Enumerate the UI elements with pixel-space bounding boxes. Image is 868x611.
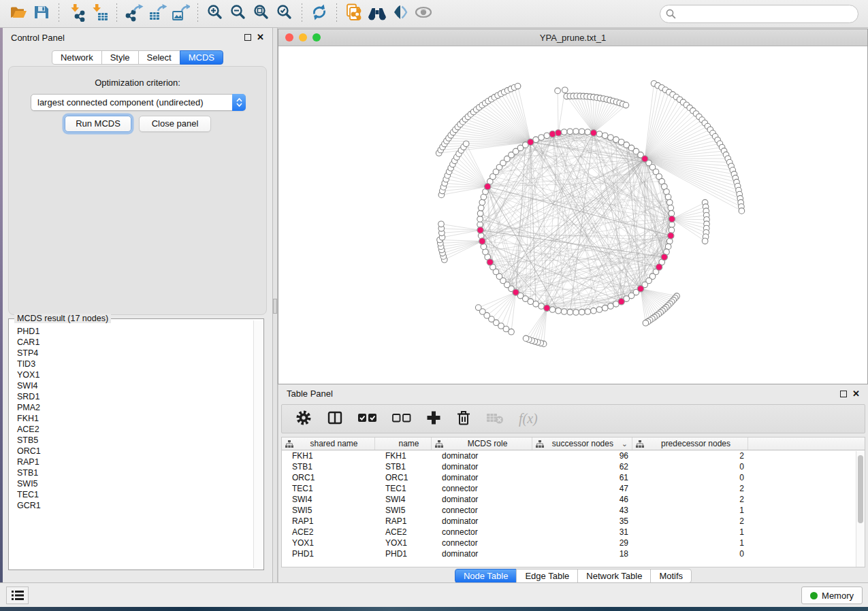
splitter-grip[interactable] xyxy=(273,299,277,314)
mcds-hub-node[interactable] xyxy=(555,130,561,136)
network-node[interactable] xyxy=(643,320,649,326)
mcds-result-item[interactable]: PHD1 xyxy=(10,326,253,337)
tab-mcds[interactable]: MCDS xyxy=(180,50,223,65)
mcds-hub-node[interactable] xyxy=(477,227,483,233)
network-node[interactable] xyxy=(579,309,585,315)
network-node[interactable] xyxy=(515,83,521,89)
network-node[interactable] xyxy=(549,307,556,313)
network-node[interactable] xyxy=(666,238,673,244)
task-history-button[interactable] xyxy=(6,587,29,604)
column-header-MCDS-role[interactable]: MCDS role xyxy=(432,437,532,450)
network-node[interactable] xyxy=(477,210,483,216)
mcds-hub-node[interactable] xyxy=(590,130,596,136)
mcds-result-item[interactable]: ACE2 xyxy=(10,424,253,435)
refresh-button[interactable] xyxy=(308,3,331,24)
save-session-button[interactable] xyxy=(30,3,53,24)
mcds-result-item[interactable]: FKH1 xyxy=(10,413,253,424)
table-tab-edge-table[interactable]: Edge Table xyxy=(516,569,578,583)
network-node[interactable] xyxy=(556,308,562,314)
mcds-list-scrollbar[interactable] xyxy=(253,320,262,568)
network-node[interactable] xyxy=(623,102,629,108)
zoom-out-button[interactable] xyxy=(227,3,250,24)
network-node[interactable] xyxy=(567,129,573,135)
mcds-hub-node[interactable] xyxy=(661,254,667,260)
table-row[interactable]: ORC1ORC1dominator610 xyxy=(282,472,865,483)
open-file-button[interactable] xyxy=(7,3,30,24)
mcds-hub-node[interactable] xyxy=(479,238,485,244)
mcds-result-item[interactable]: SRD1 xyxy=(10,391,253,402)
mcds-result-item[interactable]: TID3 xyxy=(10,359,253,369)
mcds-hub-node[interactable] xyxy=(668,233,674,239)
mcds-hub-node[interactable] xyxy=(544,305,550,311)
mcds-hub-node[interactable] xyxy=(618,299,624,305)
float-panel-icon[interactable] xyxy=(244,34,251,41)
graphics-details-button[interactable] xyxy=(389,3,412,24)
network-node[interactable] xyxy=(562,87,568,93)
gear-button[interactable] xyxy=(295,410,312,429)
columns-button[interactable] xyxy=(327,410,343,429)
mcds-hub-node[interactable] xyxy=(637,286,643,292)
network-node[interactable] xyxy=(561,129,567,135)
network-node[interactable] xyxy=(523,335,529,342)
network-graph-canvas[interactable] xyxy=(278,46,867,384)
table-tab-node-table[interactable]: Node Table xyxy=(455,569,517,583)
mcds-hub-node[interactable] xyxy=(656,264,662,270)
table-row[interactable]: TEC1TEC1connector472 xyxy=(282,483,865,494)
search-input[interactable] xyxy=(660,5,858,23)
zoom-selected-button[interactable] xyxy=(273,3,296,24)
mcds-result-item[interactable]: RAP1 xyxy=(10,457,253,467)
mcds-hub-node[interactable] xyxy=(669,216,675,222)
network-node[interactable] xyxy=(573,129,579,135)
tab-network[interactable]: Network xyxy=(52,50,102,65)
table-row[interactable]: FKH1FKH1dominator962 xyxy=(282,450,865,461)
mcds-result-item[interactable]: ORC1 xyxy=(10,446,253,457)
mcds-result-item[interactable]: SWI5 xyxy=(10,478,253,489)
network-node[interactable] xyxy=(567,309,573,315)
table-row[interactable]: SWI5SWI5connector431 xyxy=(282,505,865,516)
network-node[interactable] xyxy=(596,131,602,137)
network-node[interactable] xyxy=(561,309,567,315)
export-table-button[interactable] xyxy=(146,3,169,24)
network-node[interactable] xyxy=(475,305,481,311)
mcds-hub-node[interactable] xyxy=(549,131,556,137)
table-scrollbar[interactable] xyxy=(856,451,865,567)
network-node[interactable] xyxy=(438,221,445,227)
optimization-criterion-select[interactable]: largest connected component (undirected) xyxy=(31,94,246,111)
mcds-hub-node[interactable] xyxy=(528,139,534,145)
table-row[interactable]: STB1STB1dominator620 xyxy=(282,461,865,472)
network-node[interactable] xyxy=(479,199,485,205)
mcds-hub-node[interactable] xyxy=(513,289,519,295)
import-network-button[interactable] xyxy=(65,3,88,24)
network-node[interactable] xyxy=(477,216,483,222)
network-node[interactable] xyxy=(573,310,579,316)
find-binoculars-button[interactable] xyxy=(366,3,389,24)
zoom-in-button[interactable] xyxy=(204,3,227,24)
network-node[interactable] xyxy=(579,129,585,135)
table-row[interactable]: PHD1PHD1dominator180 xyxy=(282,548,865,559)
mcds-hub-node[interactable] xyxy=(642,156,648,162)
network-node[interactable] xyxy=(608,303,614,310)
network-node[interactable] xyxy=(591,308,597,314)
column-header-name[interactable]: name xyxy=(375,437,432,450)
mcds-result-item[interactable]: TEC1 xyxy=(10,489,253,500)
export-network-button[interactable] xyxy=(123,3,146,24)
mcds-result-item[interactable]: PMA2 xyxy=(10,402,253,413)
zoom-fit-button[interactable] xyxy=(250,3,273,24)
mcds-result-item[interactable]: STB1 xyxy=(10,467,253,478)
mcds-hub-node[interactable] xyxy=(487,259,493,265)
table-tab-network-table[interactable]: Network Table xyxy=(577,569,651,583)
run-mcds-button[interactable]: Run MCDS xyxy=(65,116,131,132)
mcds-result-item[interactable]: CAR1 xyxy=(10,337,253,348)
table-row[interactable]: YOX1YOX1connector291 xyxy=(282,538,865,548)
clone-network-button[interactable] xyxy=(342,3,366,24)
table-scrollbar-thumb[interactable] xyxy=(858,455,863,523)
tab-style[interactable]: Style xyxy=(101,50,139,65)
show-hidden-eye-button[interactable] xyxy=(412,3,435,24)
add-button[interactable] xyxy=(426,410,441,428)
mcds-result-item[interactable]: STP4 xyxy=(10,348,253,359)
network-node[interactable] xyxy=(585,309,591,315)
network-node[interactable] xyxy=(478,205,484,211)
table-row[interactable]: RAP1RAP1dominator352 xyxy=(282,516,865,527)
mcds-result-list[interactable]: PHD1CAR1STP4TID3YOX1SWI4SRD1PMA2FKH1ACE2… xyxy=(10,326,253,568)
mcds-hub-node[interactable] xyxy=(485,184,491,190)
